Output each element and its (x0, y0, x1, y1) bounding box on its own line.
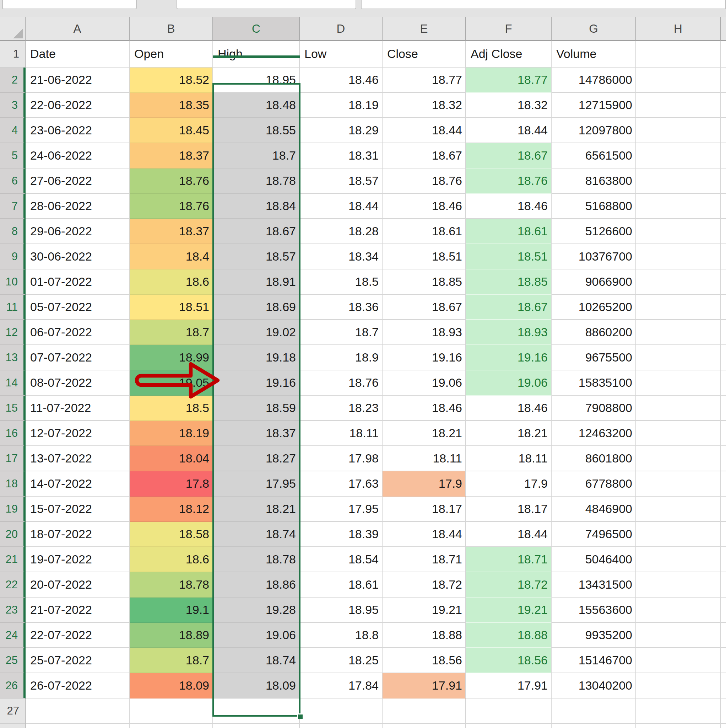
cell-C20-high[interactable]: 18.74 (213, 522, 300, 547)
cell-D22-low[interactable]: 18.61 (300, 572, 383, 598)
cell-B9-open[interactable]: 18.4 (130, 244, 213, 269)
cell-D28[interactable] (300, 724, 383, 728)
cell-F20-adjclose[interactable]: 18.44 (466, 522, 552, 547)
cell-A7-date[interactable]: 28-06-2022 (26, 194, 130, 219)
cell-F14-adjclose[interactable]: 19.06 (466, 370, 552, 396)
cell-C21-high[interactable]: 18.78 (213, 547, 300, 572)
cell-G22-volume[interactable]: 13431500 (552, 572, 636, 598)
cell-G3-volume[interactable]: 12715900 (552, 93, 636, 118)
cell-H18[interactable] (636, 471, 721, 497)
column-header-D[interactable]: D (300, 17, 383, 41)
row-header-3[interactable]: 3 (0, 93, 26, 118)
cell-E18-close[interactable]: 17.9 (383, 471, 466, 497)
cell-C26-high[interactable]: 18.09 (213, 673, 300, 699)
cell-B20-open[interactable]: 18.58 (130, 522, 213, 547)
cell-H2[interactable] (636, 67, 721, 93)
cell-C27[interactable] (213, 699, 300, 724)
cell-H22[interactable] (636, 572, 721, 598)
cell-H27[interactable] (636, 699, 721, 724)
cell-G13-volume[interactable]: 9675500 (552, 345, 636, 370)
cell-C10-high[interactable]: 18.91 (213, 269, 300, 295)
cell-D14-low[interactable]: 18.76 (300, 370, 383, 396)
cell-F18-adjclose[interactable]: 17.9 (466, 471, 552, 497)
cell-A3-date[interactable]: 22-06-2022 (26, 93, 130, 118)
cell-C13-high[interactable]: 19.18 (213, 345, 300, 370)
cell-E20-close[interactable]: 18.44 (383, 522, 466, 547)
cell-B26-open[interactable]: 18.09 (130, 673, 213, 699)
cell-B14-open[interactable]: 19.05 (130, 370, 213, 396)
column-header-G[interactable]: G (552, 17, 636, 41)
row-header-12[interactable]: 12 (0, 320, 26, 345)
cell-B10-open[interactable]: 18.6 (130, 269, 213, 295)
cell-H23[interactable] (636, 598, 721, 623)
row-header-11[interactable]: 11 (0, 295, 26, 320)
cell-H8[interactable] (636, 219, 721, 244)
cell-C7-high[interactable]: 18.84 (213, 194, 300, 219)
cell-F12-adjclose[interactable]: 18.93 (466, 320, 552, 345)
cell-E14-close[interactable]: 19.06 (383, 370, 466, 396)
cell-E19-close[interactable]: 18.17 (383, 497, 466, 522)
cell-A9-date[interactable]: 30-06-2022 (26, 244, 130, 269)
cell-G19-volume[interactable]: 4846900 (552, 497, 636, 522)
cell-A19-date[interactable]: 15-07-2022 (26, 497, 130, 522)
row-header-20[interactable]: 20 (0, 522, 26, 547)
cell-C22-high[interactable]: 18.86 (213, 572, 300, 598)
cell-H10[interactable] (636, 269, 721, 295)
row-header-10[interactable]: 10 (0, 269, 26, 295)
formula-bar[interactable] (361, 0, 726, 9)
row-header-8[interactable]: 8 (0, 219, 26, 244)
fill-handle[interactable] (297, 713, 303, 719)
row-header-16[interactable]: 16 (0, 421, 26, 446)
cell-H19[interactable] (636, 497, 721, 522)
cell-H7[interactable] (636, 194, 721, 219)
row-header-27[interactable]: 27 (0, 699, 26, 724)
cell-D17-low[interactable]: 17.98 (300, 446, 383, 471)
cell-F28[interactable] (466, 724, 552, 728)
cell-E4-close[interactable]: 18.44 (383, 118, 466, 143)
cell-D25-low[interactable]: 18.25 (300, 648, 383, 673)
cell-G11-volume[interactable]: 10265200 (552, 295, 636, 320)
cell-E15-close[interactable]: 18.46 (383, 396, 466, 421)
cell-C3-high[interactable]: 18.48 (213, 93, 300, 118)
cell-C14-high[interactable]: 19.16 (213, 370, 300, 396)
header-cell-volume[interactable]: Volume (552, 41, 636, 67)
cell-A4-date[interactable]: 23-06-2022 (26, 118, 130, 143)
cell-F7-adjclose[interactable]: 18.46 (466, 194, 552, 219)
row-header-2[interactable]: 2 (0, 67, 26, 93)
cell-B2-open[interactable]: 18.52 (130, 67, 213, 93)
cell-C18-high[interactable]: 17.95 (213, 471, 300, 497)
cell-B15-open[interactable]: 18.5 (130, 396, 213, 421)
cell-E26-close[interactable]: 17.91 (383, 673, 466, 699)
cell-G21-volume[interactable]: 5046400 (552, 547, 636, 572)
cell-A6-date[interactable]: 27-06-2022 (26, 168, 130, 194)
cell-H14[interactable] (636, 370, 721, 396)
cell-E11-close[interactable]: 18.67 (383, 295, 466, 320)
cell-G2-volume[interactable]: 14786000 (552, 67, 636, 93)
cell-C6-high[interactable]: 18.78 (213, 168, 300, 194)
cell-F5-adjclose[interactable]: 18.67 (466, 143, 552, 168)
cell-E8-close[interactable]: 18.61 (383, 219, 466, 244)
cell-D3-low[interactable]: 18.19 (300, 93, 383, 118)
row-header-22[interactable]: 22 (0, 572, 26, 598)
cell-H17[interactable] (636, 446, 721, 471)
cell-F16-adjclose[interactable]: 18.21 (466, 421, 552, 446)
cell-C19-high[interactable]: 18.21 (213, 497, 300, 522)
cell-D11-low[interactable]: 18.36 (300, 295, 383, 320)
row-header-18[interactable]: 18 (0, 471, 26, 497)
cell-F21-adjclose[interactable]: 18.71 (466, 547, 552, 572)
cell-E12-close[interactable]: 18.93 (383, 320, 466, 345)
cell-H25[interactable] (636, 648, 721, 673)
cell-F27[interactable] (466, 699, 552, 724)
cell-B4-open[interactable]: 18.45 (130, 118, 213, 143)
cell-B24-open[interactable]: 18.89 (130, 623, 213, 648)
header-cell-high[interactable]: High (213, 41, 300, 67)
cell-D20-low[interactable]: 18.39 (300, 522, 383, 547)
cell-D6-low[interactable]: 18.57 (300, 168, 383, 194)
cell-D10-low[interactable]: 18.5 (300, 269, 383, 295)
cell-C9-high[interactable]: 18.57 (213, 244, 300, 269)
cell-B28[interactable] (130, 724, 213, 728)
row-header-23[interactable]: 23 (0, 598, 26, 623)
cell-G8-volume[interactable]: 5126600 (552, 219, 636, 244)
row-header-9[interactable]: 9 (0, 244, 26, 269)
cell-G15-volume[interactable]: 7908800 (552, 396, 636, 421)
